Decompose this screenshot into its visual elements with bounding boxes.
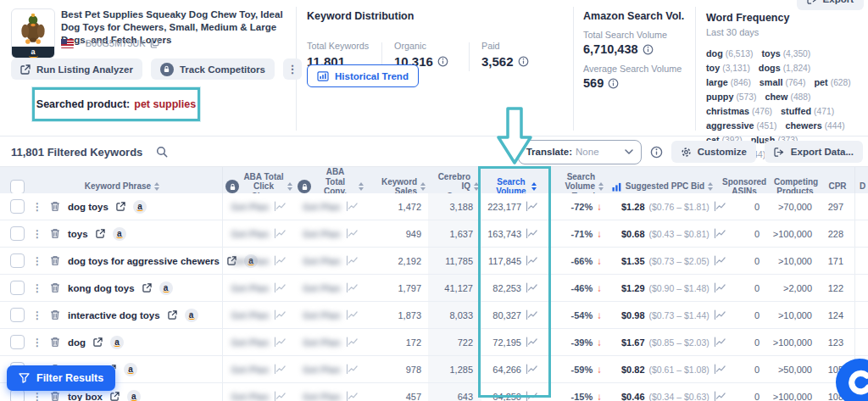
sparkline-icon[interactable] bbox=[274, 337, 287, 348]
keyword-link[interactable]: dog bbox=[68, 337, 86, 348]
amazon-badge[interactable]: a bbox=[124, 363, 137, 376]
word-frequency-item[interactable]: large (846) bbox=[706, 77, 751, 87]
sparkline-icon[interactable] bbox=[526, 337, 538, 348]
export-button[interactable]: Export bbox=[797, 0, 864, 10]
column-keyword-phrase[interactable]: Keyword Phrase bbox=[85, 181, 159, 192]
info-icon[interactable] bbox=[643, 44, 654, 55]
sparkline-icon[interactable] bbox=[274, 282, 287, 293]
word-frequency-item[interactable]: pet (628) bbox=[815, 77, 851, 87]
delete-icon[interactable] bbox=[50, 282, 60, 293]
sparkline-icon[interactable] bbox=[274, 228, 287, 239]
external-link-icon[interactable] bbox=[93, 337, 103, 347]
customize-button[interactable]: Customize bbox=[671, 141, 756, 163]
delete-icon[interactable] bbox=[50, 309, 60, 320]
word-frequency-item[interactable]: dogs (1,824) bbox=[759, 63, 810, 73]
export-data-button[interactable]: Export Data... bbox=[765, 141, 863, 163]
info-icon[interactable] bbox=[518, 56, 529, 67]
search-volume-trend-cell: -66% ↓ bbox=[549, 248, 606, 274]
sparkline-icon[interactable] bbox=[274, 255, 287, 266]
word-frequency-item[interactable]: puppy (573) bbox=[706, 92, 756, 102]
sparkline-icon[interactable] bbox=[526, 201, 538, 212]
sparkline-icon[interactable] bbox=[526, 309, 538, 320]
keyword-link[interactable]: dog toys for aggressive chewers bbox=[68, 256, 220, 266]
sparkline-icon[interactable] bbox=[346, 201, 359, 212]
sparkline-icon[interactable] bbox=[526, 228, 538, 239]
keyword-link[interactable]: interactive dog toys bbox=[68, 310, 160, 320]
copy-icon[interactable] bbox=[150, 38, 159, 48]
delete-icon[interactable] bbox=[50, 201, 60, 212]
keyword-link[interactable]: dog toys bbox=[68, 202, 108, 212]
sparkline-icon[interactable] bbox=[274, 391, 287, 401]
row-checkbox[interactable] bbox=[10, 308, 25, 322]
sparkline-icon[interactable] bbox=[274, 309, 287, 320]
delete-icon[interactable] bbox=[50, 228, 60, 239]
product-thumbnail[interactable]: a bbox=[11, 8, 55, 58]
sparkline-icon[interactable] bbox=[346, 391, 359, 401]
row-checkbox[interactable] bbox=[10, 335, 25, 349]
external-link-icon[interactable] bbox=[116, 202, 125, 211]
sparkline-icon[interactable] bbox=[526, 364, 538, 375]
row-menu-icon[interactable]: ⋮ bbox=[32, 337, 42, 348]
translate-select[interactable]: Translate: None bbox=[518, 140, 642, 164]
row-menu-icon[interactable]: ⋮ bbox=[32, 309, 42, 321]
info-icon[interactable] bbox=[437, 56, 448, 67]
row-menu-icon[interactable]: ⋮ bbox=[32, 255, 42, 267]
sparkline-icon[interactable] bbox=[346, 228, 359, 239]
sparkline-icon[interactable] bbox=[346, 337, 359, 348]
row-checkbox[interactable] bbox=[10, 389, 25, 401]
external-link-icon[interactable] bbox=[96, 229, 105, 238]
trend-value: -54% bbox=[571, 310, 593, 320]
sparkline-icon[interactable] bbox=[274, 364, 287, 375]
sparkline-icon[interactable] bbox=[346, 282, 359, 293]
keyword-link[interactable]: toys bbox=[68, 229, 88, 239]
search-icon[interactable] bbox=[156, 146, 168, 158]
word-frequency-item[interactable]: chew (488) bbox=[765, 92, 810, 102]
sparkline-icon[interactable] bbox=[526, 255, 538, 266]
row-menu-icon[interactable]: ⋮ bbox=[32, 201, 42, 213]
amazon-badge[interactable]: a bbox=[133, 200, 147, 214]
info-icon[interactable] bbox=[608, 78, 619, 89]
delete-icon[interactable] bbox=[50, 337, 60, 348]
word-frequency-item[interactable]: toys (4,350) bbox=[761, 48, 810, 58]
amazon-badge[interactable]: a bbox=[110, 336, 124, 349]
keyword-link[interactable]: toy box bbox=[68, 392, 103, 401]
track-competitors-button[interactable]: Track Competitors bbox=[151, 58, 275, 80]
sparkline-icon[interactable] bbox=[346, 309, 359, 320]
word-frequency-item[interactable]: chewers (444) bbox=[785, 120, 844, 131]
row-checkbox[interactable] bbox=[10, 281, 25, 295]
more-options-menu[interactable]: ⋮ bbox=[283, 58, 302, 80]
external-link-icon[interactable] bbox=[110, 392, 120, 401]
word-frequency-item[interactable]: small (764) bbox=[760, 77, 806, 87]
filter-results-button[interactable]: Filter Results bbox=[7, 365, 115, 391]
amazon-badge[interactable]: a bbox=[127, 390, 141, 401]
external-link-icon[interactable] bbox=[142, 283, 152, 292]
row-checkbox[interactable] bbox=[10, 226, 25, 241]
delete-icon[interactable] bbox=[50, 255, 60, 266]
sparkline-icon[interactable] bbox=[274, 201, 287, 212]
word-frequency-item[interactable]: aggressive (451) bbox=[706, 120, 776, 131]
run-listing-analyzer-button[interactable]: Run Listing Analyzer bbox=[11, 58, 142, 80]
amazon-badge[interactable]: a bbox=[185, 309, 198, 322]
sparkline-icon[interactable] bbox=[526, 282, 538, 293]
row-menu-icon[interactable]: ⋮ bbox=[32, 228, 42, 240]
keyword-link[interactable]: kong dog toys bbox=[68, 283, 135, 293]
word-frequency-item[interactable]: dog (6,513) bbox=[706, 48, 753, 58]
row-menu-icon[interactable]: ⋮ bbox=[32, 282, 42, 294]
sparkline-icon[interactable] bbox=[346, 255, 359, 266]
sparkline-icon[interactable] bbox=[346, 364, 359, 375]
word-frequency-item[interactable]: stuffed (471) bbox=[781, 106, 834, 116]
delete-icon[interactable] bbox=[50, 391, 60, 401]
amazon-badge[interactable]: a bbox=[159, 281, 173, 295]
amazon-badge[interactable]: a bbox=[113, 227, 126, 241]
row-checkbox[interactable] bbox=[10, 199, 25, 214]
row-checkbox[interactable] bbox=[10, 253, 25, 268]
info-icon[interactable] bbox=[650, 146, 663, 159]
historical-trend-button[interactable]: Historical Trend bbox=[307, 64, 419, 87]
select-all-checkbox[interactable] bbox=[10, 180, 25, 194]
locked-value: Get Plan bbox=[231, 392, 270, 401]
external-link-icon[interactable] bbox=[168, 310, 177, 320]
sparkline-icon[interactable] bbox=[526, 391, 538, 401]
word-frequency-item[interactable]: toy (3,131) bbox=[706, 63, 750, 73]
row-menu-icon[interactable]: ⋮ bbox=[32, 391, 42, 401]
word-frequency-item[interactable]: christmas (476) bbox=[706, 106, 772, 116]
